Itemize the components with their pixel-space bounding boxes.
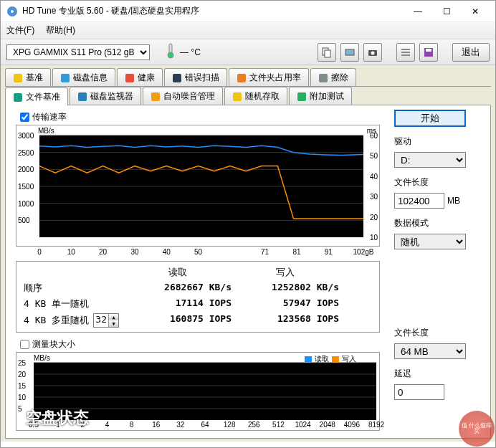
svg-rect-11 [401, 54, 410, 56]
delay-input[interactable] [394, 384, 444, 400]
app-icon [6, 6, 18, 17]
exit-button[interactable]: 退出 [452, 43, 490, 62]
tab-filebench[interactable]: 文件基准 [5, 87, 68, 105]
thread-count-spinner[interactable]: 32▲▼ [93, 313, 119, 328]
transfer-rate-checkbox[interactable]: 传输速率 [20, 111, 387, 123]
chart-legend: 读取写入 [305, 354, 356, 364]
toolbar: XPG GAMMIX S11 Pro (512 gB) — °C 退出 [1, 39, 495, 65]
options-button[interactable] [396, 43, 415, 62]
save-button[interactable] [419, 43, 438, 62]
screenshot-button[interactable] [363, 43, 382, 62]
svg-rect-21 [78, 92, 87, 101]
tab-extra[interactable]: 附加测试 [289, 87, 352, 105]
tab-folder[interactable]: 文件夹占用率 [229, 68, 309, 86]
thermometer-icon [166, 43, 176, 61]
svg-rect-16 [125, 74, 134, 82]
svg-rect-10 [401, 52, 410, 53]
drive-label: 驱动 [394, 135, 480, 148]
tab-container: 基准磁盘信息健康错误扫描文件夹占用率擦除 文件基准磁盘监视器自动噪音管理随机存取… [1, 65, 495, 442]
block-chart: MB/s读取写入5101520250.512481632641282565121… [16, 352, 380, 431]
start-button[interactable]: 开始 [394, 110, 466, 127]
table-row: 顺序2682667 KB/s1252802 KB/s [16, 280, 379, 296]
svg-rect-15 [61, 74, 70, 82]
results-table: 读取写入 顺序2682667 KB/s1252802 KB/s4 KB 单一随机… [16, 261, 380, 333]
tab-erase[interactable]: 擦除 [310, 68, 356, 86]
svg-rect-9 [401, 49, 410, 50]
svg-rect-14 [14, 74, 22, 82]
right-panel: 开始 驱动 D: 文件长度 MB 数据模式 随机 文件长度 64 MB 延迟 [394, 110, 480, 431]
temperature-value: — °C [180, 47, 209, 57]
svg-rect-5 [325, 50, 330, 57]
minimize-button[interactable]: — [404, 1, 432, 22]
svg-rect-24 [297, 92, 306, 101]
tab-random[interactable]: 随机存取 [224, 87, 287, 105]
maximize-button[interactable]: ☐ [432, 1, 461, 22]
transfer-chart: MB/sms5001000150020002500300010203040506… [16, 125, 380, 247]
svg-point-8 [371, 51, 375, 54]
tab-row-bottom: 文件基准磁盘监视器自动噪音管理随机存取附加测试 [5, 87, 491, 105]
svg-rect-6 [345, 49, 354, 55]
window-title: HD Tune 专业版 5.60 - 硬盘/固态硬盘实用程序 [22, 5, 404, 17]
svg-rect-17 [173, 74, 181, 82]
watermark-smzdm: 值 什么值得买 [459, 411, 495, 447]
svg-point-1 [11, 10, 14, 13]
file-length-input[interactable] [394, 193, 444, 209]
device-select[interactable]: XPG GAMMIX S11 Pro (512 gB) [6, 44, 150, 60]
tab-aam[interactable]: 自动噪音管理 [143, 87, 223, 105]
svg-rect-18 [237, 74, 246, 82]
tab-info[interactable]: 磁盘信息 [52, 68, 115, 86]
menu-file[interactable]: 文件(F) [6, 24, 34, 37]
table-row: 4 KB 单一随机17114 IOPS57947 IOPS [16, 296, 379, 312]
data-mode-select[interactable]: 随机 [394, 234, 466, 249]
tab-benchmark[interactable]: 基准 [5, 68, 51, 86]
delay-label: 延迟 [394, 368, 480, 380]
file-length2-label: 文件长度 [394, 327, 480, 339]
menu-help[interactable]: 帮助(H) [46, 24, 75, 37]
svg-rect-23 [233, 92, 242, 101]
tab-monitor[interactable]: 磁盘监视器 [70, 87, 141, 105]
drive-select[interactable]: D: [394, 152, 466, 168]
tab-row-top: 基准磁盘信息健康错误扫描文件夹占用率擦除 [5, 68, 491, 87]
table-row: 4 KB 多重随机32▲▼160875 IOPS123568 IOPS [16, 312, 379, 329]
svg-rect-22 [151, 92, 160, 101]
block-size-checkbox[interactable]: 测量块大小 [20, 338, 387, 351]
svg-rect-20 [14, 93, 22, 102]
svg-rect-19 [319, 74, 328, 82]
close-button[interactable]: ✕ [461, 1, 490, 22]
data-mode-label: 数据模式 [394, 217, 480, 229]
titlebar: HD Tune 专业版 5.60 - 硬盘/固态硬盘实用程序 — ☐ ✕ [1, 1, 495, 22]
tab-health[interactable]: 健康 [117, 68, 163, 86]
overlay-text: 空盘状态 [26, 407, 89, 429]
col-write: 写入 [232, 266, 339, 279]
file-length2-select[interactable]: 64 MB [394, 343, 466, 359]
svg-point-3 [168, 52, 173, 58]
copy-screenshot-button[interactable] [340, 43, 359, 62]
svg-rect-13 [426, 49, 431, 52]
col-read: 读取 [124, 266, 232, 279]
left-panel: 传输速率 MB/sms50010001500200025003000102030… [16, 110, 387, 431]
tab-scan[interactable]: 错误扫描 [164, 68, 227, 86]
file-length-label: 文件长度 [394, 176, 480, 189]
copy-info-button[interactable] [318, 43, 336, 62]
menubar: 文件(F) 帮助(H) [1, 22, 495, 39]
